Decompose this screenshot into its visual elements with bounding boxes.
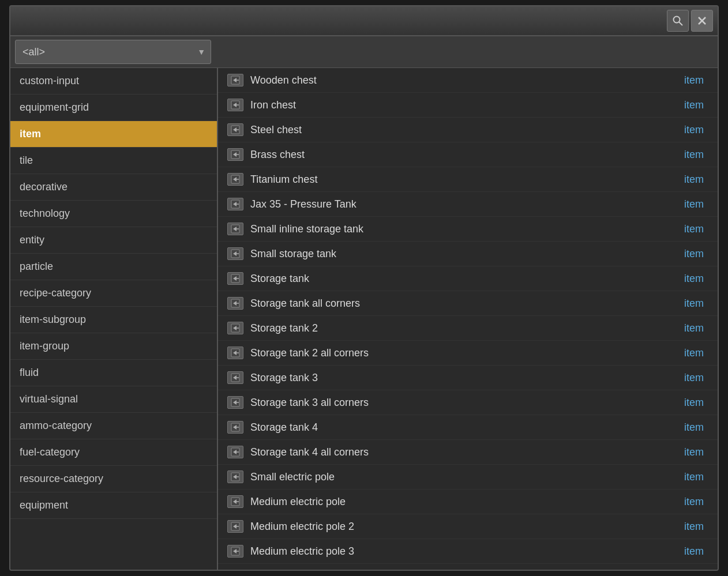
- item-name-label: Titanium chest: [250, 174, 684, 186]
- item-name-label: Jax 35 - Pressure Tank: [250, 198, 684, 210]
- item-row[interactable]: Jax 35 - Pressure Tankitem: [218, 192, 718, 217]
- sidebar-item-resource-category[interactable]: resource-category: [10, 466, 217, 492]
- item-type-label: item: [684, 397, 704, 409]
- item-row[interactable]: Storage tank 3 all cornersitem: [218, 390, 718, 415]
- item-row[interactable]: Small inline storage tankitem: [218, 217, 718, 242]
- prototypes-window: <all> item entity tile fluid technology …: [9, 5, 719, 571]
- titlebar: [10, 6, 718, 36]
- sidebar-item-item[interactable]: item: [10, 121, 217, 148]
- item-row[interactable]: Storage tank 2 all cornersitem: [218, 341, 718, 366]
- sidebar-item-technology[interactable]: technology: [10, 201, 217, 227]
- item-row[interactable]: Medium electric poleitem: [218, 490, 718, 514]
- item-name-label: Small storage tank: [250, 248, 684, 260]
- item-name-label: Storage tank all corners: [250, 298, 684, 310]
- sidebar-item-tile[interactable]: tile: [10, 148, 217, 174]
- sidebar-item-equipment-grid[interactable]: equipment-grid: [10, 95, 217, 121]
- item-row[interactable]: Small electric poleitem: [218, 465, 718, 490]
- sidebar-item-equipment[interactable]: equipment: [10, 492, 217, 519]
- svg-point-0: [674, 17, 680, 23]
- main-content: custom-inputequipment-griditemtiledecora…: [10, 68, 718, 570]
- item-arrow-icon: [227, 123, 243, 136]
- item-row[interactable]: Storage tank 2item: [218, 316, 718, 341]
- item-name-label: Storage tank: [250, 273, 684, 285]
- item-name-label: Medium electric pole 3: [250, 545, 684, 558]
- item-name-label: Storage tank 2: [250, 322, 684, 334]
- item-type-label: item: [684, 149, 704, 161]
- item-name-label: Brass chest: [250, 149, 684, 161]
- item-type-label: item: [684, 198, 704, 210]
- item-row[interactable]: Storage tankitem: [218, 266, 718, 291]
- item-list: Wooden chestitem Iron chestitem Steel ch…: [218, 68, 718, 564]
- sidebar-item-virtual-signal[interactable]: virtual-signal: [10, 386, 217, 413]
- sidebar-item-fuel-category[interactable]: fuel-category: [10, 439, 217, 466]
- item-row[interactable]: Titanium chestitem: [218, 167, 718, 192]
- item-row[interactable]: Iron chestitem: [218, 93, 718, 118]
- sidebar-item-ammo-category[interactable]: ammo-category: [10, 413, 217, 439]
- svg-line-1: [679, 22, 682, 25]
- item-name-label: Wooden chest: [250, 74, 684, 86]
- item-type-label: item: [684, 124, 704, 136]
- item-arrow-icon: [227, 396, 243, 409]
- item-arrow-icon: [227, 495, 243, 508]
- sidebar-item-item-group[interactable]: item-group: [10, 333, 217, 360]
- sidebar-item-decorative[interactable]: decorative: [10, 174, 217, 201]
- item-arrow-icon: [227, 173, 243, 186]
- item-name-label: Medium electric pole 2: [250, 521, 684, 533]
- item-type-label: item: [684, 273, 704, 285]
- item-type-label: item: [684, 174, 704, 186]
- item-row[interactable]: Small storage tankitem: [218, 242, 718, 266]
- item-arrow-icon: [227, 545, 243, 558]
- item-arrow-icon: [227, 520, 243, 533]
- item-arrow-icon: [227, 99, 243, 111]
- item-type-label: item: [684, 521, 704, 533]
- item-name-label: Storage tank 2 all corners: [250, 347, 684, 359]
- item-row[interactable]: Wooden chestitem: [218, 68, 718, 93]
- item-name-label: Iron chest: [250, 99, 684, 111]
- sidebar-item-particle[interactable]: particle: [10, 254, 217, 280]
- search-icon: [672, 15, 684, 27]
- item-arrow-icon: [227, 322, 243, 334]
- item-arrow-icon: [227, 198, 243, 210]
- item-arrow-icon: [227, 74, 243, 86]
- item-type-label: item: [684, 372, 704, 384]
- sidebar-item-recipe-category[interactable]: recipe-category: [10, 280, 217, 307]
- item-row[interactable]: Storage tank 4 all cornersitem: [218, 440, 718, 465]
- item-arrow-icon: [227, 148, 243, 161]
- item-name-label: Small electric pole: [250, 471, 684, 483]
- item-row[interactable]: Medium electric pole 2item: [218, 514, 718, 539]
- item-row[interactable]: Brass chestitem: [218, 142, 718, 167]
- item-row[interactable]: Medium electric pole 3item: [218, 539, 718, 564]
- item-type-label: item: [684, 322, 704, 334]
- item-name-label: Storage tank 3 all corners: [250, 397, 684, 409]
- item-name-label: Storage tank 4: [250, 421, 684, 434]
- sidebar: custom-inputequipment-griditemtiledecora…: [10, 68, 218, 570]
- item-type-label: item: [684, 446, 704, 458]
- search-button[interactable]: [667, 10, 689, 32]
- item-name-label: Storage tank 3: [250, 372, 684, 384]
- item-type-label: item: [684, 248, 704, 260]
- sidebar-item-item-subgroup[interactable]: item-subgroup: [10, 307, 217, 333]
- item-row[interactable]: Storage tank 4item: [218, 415, 718, 440]
- item-type-label: item: [684, 74, 704, 86]
- item-arrow-icon: [227, 347, 243, 359]
- item-type-label: item: [684, 421, 704, 434]
- sidebar-item-custom-input[interactable]: custom-input: [10, 68, 217, 95]
- sidebar-item-fluid[interactable]: fluid: [10, 360, 217, 386]
- sidebar-item-entity[interactable]: entity: [10, 227, 217, 254]
- category-dropdown-wrapper: <all> item entity tile fluid technology …: [15, 40, 211, 64]
- item-arrow-icon: [227, 272, 243, 285]
- item-type-label: item: [684, 223, 704, 235]
- category-dropdown[interactable]: <all> item entity tile fluid technology …: [15, 40, 211, 64]
- toolbar: <all> item entity tile fluid technology …: [10, 36, 718, 68]
- item-row[interactable]: Storage tank all cornersitem: [218, 291, 718, 316]
- item-type-label: item: [684, 99, 704, 111]
- item-arrow-icon: [227, 421, 243, 434]
- item-row[interactable]: Storage tank 3item: [218, 366, 718, 390]
- sidebar-list: custom-inputequipment-griditemtiledecora…: [10, 68, 217, 519]
- item-arrow-icon: [227, 446, 243, 458]
- item-name-label: Steel chest: [250, 124, 684, 136]
- item-row[interactable]: Steel chestitem: [218, 118, 718, 142]
- item-arrow-icon: [227, 371, 243, 384]
- titlebar-buttons: [667, 10, 713, 32]
- close-button[interactable]: [691, 10, 713, 32]
